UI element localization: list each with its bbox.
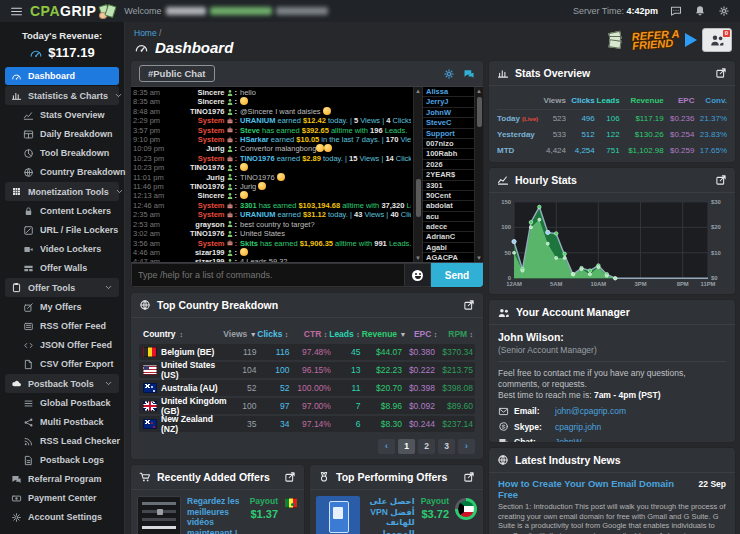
chat-message: 3:56 amSystem :Skits has earned $1,906.3… [133,239,411,248]
manager-email-link[interactable]: john@cpagrip.com [555,406,626,416]
page-next-button[interactable]: › [458,439,475,454]
sidebar-item-content-lockers[interactable]: Content Lockers [5,202,119,220]
sidebar-item-statistics-charts[interactable]: Statistics & Charts [5,86,119,105]
offer-title-link[interactable]: احصل على أفضل VPN للهاتف المحمول الآن! [366,496,415,534]
sidebar-item-daily-breakdown[interactable]: Daily Breakdown [5,125,119,143]
sort-header-views[interactable]: Views ▼ [223,329,257,339]
sidebar-item-rss-offer-feed[interactable]: RSS Offer Feed [5,317,119,335]
sidebar-item-video-lockers[interactable]: Video Lockers [5,240,119,258]
offer-thumbnail[interactable] [316,496,360,534]
chat-user[interactable]: JohnW [423,108,474,118]
person-icon [226,164,234,172]
external-link-icon[interactable] [715,67,727,79]
external-link-icon[interactable] [463,471,475,483]
breadcrumb-home-link[interactable]: Home [134,28,157,38]
chat-user[interactable]: 007nizo [423,139,474,149]
message-text: Jurig e [237,182,266,191]
sidebar-item-global-postback[interactable]: Global Postback [5,394,119,412]
sidebar-item-rss-lead-checker[interactable]: RSS Lead Checker [5,432,119,450]
sidebar-item-dashboard[interactable]: Dashboard [5,67,119,85]
sidebar-item-account-settings[interactable]: Account Settings [5,508,119,526]
article-title-link[interactable]: How to Create Your Own Email Domain Free [498,478,693,500]
message-time: 4:46 am [133,248,165,257]
chat-scrollbar[interactable]: ▲▼ [413,87,422,262]
sidebar-item-postback-logs[interactable]: Postback Logs [5,451,119,469]
external-link-icon[interactable] [715,174,727,186]
chat-user[interactable]: abdolat [423,201,474,211]
manager-chat-link[interactable]: JohnW [555,437,581,443]
external-link-icon[interactable] [463,299,475,311]
page-3-button[interactable]: 3 [438,439,455,454]
app-logo[interactable]: CPAGRIP [30,3,117,19]
lock-icon [23,206,34,217]
chat-bubbles-icon[interactable] [463,68,475,80]
refer-a-friend-banner[interactable]: REFER AFRIEND 0 [607,28,732,52]
sidebar-item-monetization-tools[interactable]: Monetization Tools [5,182,119,201]
chat-settings-gear-icon[interactable] [443,68,455,80]
chat-user[interactable]: 3301 [423,181,474,191]
sort-header-clicks[interactable]: Clicks ↕ [257,329,290,339]
hourly-stats-chart: 050100150$0$10$20$3012AM5AM10AM3PM8PM11P… [493,195,731,291]
chat-user[interactable]: 2YEAR$ [423,170,474,180]
sidebar-item-referral-program[interactable]: Referral Program [5,470,119,488]
sort-header-country[interactable]: Country ↕ [139,329,223,339]
sidebar-item-csv-offer-export[interactable]: CSV Offer Export [5,355,119,373]
hamburger-menu-icon[interactable] [10,5,23,18]
chat-user[interactable]: 2026 [423,160,474,170]
referrals-button[interactable]: 0 [702,28,732,52]
sort-header-rpm[interactable]: RPM ↕ [439,329,475,339]
sidebar-item-stats-overview[interactable]: Stats Overview [5,106,119,124]
chat-user[interactable]: Alissa [423,87,474,97]
external-link-icon[interactable] [284,471,296,483]
sort-header-epc[interactable]: EPC ↕ [408,329,439,339]
offer-thumbnail[interactable] [137,496,181,534]
conversion-ring [455,498,477,520]
redacted-account [210,7,272,15]
offer-title-link[interactable]: Regardez les meilleures vidéos maintenan… [187,496,244,534]
top-performing-offers-panel: Top Performing Offers احصل على أفضل VPN … [309,464,484,534]
public-chat-tab[interactable]: #Public Chat [139,65,215,82]
page-2-button[interactable]: 2 [418,439,435,454]
manager-skype-link[interactable]: cpagrip.john [555,422,601,432]
userlist-scrollbar[interactable]: ▲▼ [474,87,483,262]
robot-icon [226,239,234,247]
chat-user[interactable]: adece [423,222,474,232]
send-button[interactable]: Send [431,263,483,287]
email-icon [498,406,509,417]
sort-header-leads[interactable]: Leads ↕ [329,329,361,339]
editsq-icon [23,302,34,313]
chat-user[interactable]: 100Rabh [423,149,474,159]
chat-user[interactable]: AGACPA [423,253,474,262]
sidebar-item-json-offer-feed[interactable]: JSON Offer Feed [5,336,119,354]
sidebar-item-offer-tools[interactable]: Offer Tools [5,278,119,297]
sidebar-item-my-offers[interactable]: My Offers [5,298,119,316]
messages-icon[interactable] [670,5,682,17]
sidebar-item-multi-postback[interactable]: Multi Postback [5,413,119,431]
sidebar-item-url-file-lockers[interactable]: URL / File Lockers [5,221,119,239]
robot-icon [226,117,234,125]
sort-header-revenue[interactable]: Revenue ▼ [362,329,409,339]
page-prev-button[interactable]: ‹ [378,439,395,454]
industry-news-panel: Latest Industry News How to Create Your … [488,447,736,534]
chat-user[interactable]: 50Cent [423,191,474,201]
sidebar-item-offer-walls[interactable]: Offer Walls [5,259,119,277]
chat-user[interactable]: SteveC [423,118,474,128]
sidebar-item-tool-breakdown[interactable]: Tool Breakdown [5,144,119,162]
chat-input[interactable] [131,263,405,287]
page-1-button[interactable]: 1 [398,439,415,454]
globe-icon [497,454,509,466]
notifications-bell-icon[interactable] [694,5,706,17]
chat-user[interactable]: Support [423,129,474,139]
sidebar-item-country-breakdown[interactable]: Country Breakdown [5,163,119,181]
person-icon [226,89,234,97]
chat-user[interactable]: JerryJ [423,97,474,107]
emoji-button[interactable] [405,263,431,287]
chat-user[interactable]: Agabi [423,243,474,253]
settings-gear-icon[interactable] [718,5,730,17]
sort-header-ctr[interactable]: CTR ↕ [290,329,329,339]
chat-user[interactable]: AdrianC [423,232,474,242]
chat-user[interactable]: acu [423,212,474,222]
sidebar-item-postback-tools[interactable]: Postback Tools [5,374,119,393]
sidebar-item-payment-center[interactable]: Payment Center [5,489,119,507]
message-time: 11:46 pm [133,182,165,191]
